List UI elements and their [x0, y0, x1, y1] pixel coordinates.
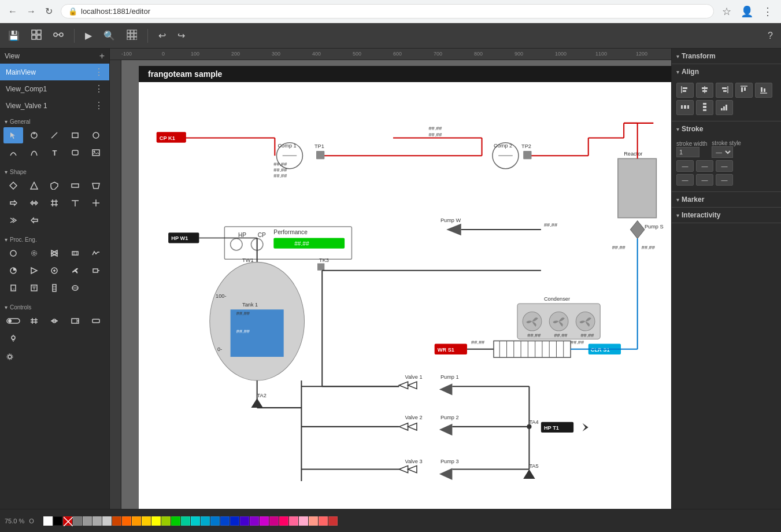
trapezoid-tool[interactable]	[86, 178, 106, 194]
swatch-pink4[interactable]	[299, 516, 308, 526]
switch-tool[interactable]	[3, 313, 23, 329]
bezier-tool[interactable]	[24, 145, 44, 161]
stroke-width-input[interactable]	[676, 147, 699, 157]
arc-tool[interactable]	[3, 145, 23, 161]
view-item-mainview[interactable]: MainView ⋮	[0, 64, 109, 80]
swatch-red3[interactable]	[328, 516, 338, 526]
swatch-orange2[interactable]	[122, 516, 131, 526]
text-tool[interactable]: T	[45, 145, 65, 161]
view-item-menu[interactable]: ⋮	[94, 100, 103, 111]
align-left-btn[interactable]	[676, 83, 694, 98]
align-top-btn[interactable]	[735, 83, 753, 98]
triangle-tool[interactable]	[24, 178, 44, 194]
swatch-gray3[interactable]	[92, 516, 102, 526]
swatch-salmon[interactable]	[309, 516, 318, 526]
swatch-teal2[interactable]	[191, 516, 200, 526]
shapes-button[interactable]	[28, 27, 45, 45]
comp-tool[interactable]	[45, 263, 65, 279]
light-tool[interactable]	[3, 330, 23, 346]
line-tool[interactable]	[45, 127, 65, 143]
rect-tool[interactable]	[65, 127, 85, 143]
image-tool[interactable]	[86, 145, 106, 161]
help-button[interactable]: ?	[764, 28, 776, 43]
separator-tool[interactable]	[65, 280, 85, 296]
swatch-pink2[interactable]	[279, 516, 288, 526]
back-button[interactable]: ←	[5, 5, 21, 18]
save-button[interactable]: 💾	[5, 28, 23, 43]
view-item-comp1[interactable]: View_Comp1 ⋮	[0, 80, 109, 97]
align-bottom-btn[interactable]	[755, 83, 772, 98]
stroke-style-select[interactable]: — - - ···	[712, 146, 733, 158]
view-item-valve1[interactable]: View_Valve 1 ⋮	[0, 97, 109, 114]
swatch-red-x[interactable]	[63, 516, 72, 526]
dropdown-tool[interactable]	[65, 313, 85, 329]
stroke-header[interactable]: Stroke	[672, 121, 781, 136]
align-header[interactable]: Align	[672, 64, 781, 79]
hash-ctrl-tool[interactable]	[24, 313, 44, 329]
align-center-h-btn[interactable]	[696, 83, 713, 98]
join-miter-btn[interactable]: —	[676, 174, 694, 186]
profile-button[interactable]: 👤	[737, 4, 757, 19]
signal-tool[interactable]	[86, 245, 106, 261]
play-button[interactable]: ▶	[82, 28, 95, 43]
swatch-blue1[interactable]	[210, 516, 220, 526]
button-tool[interactable]	[86, 313, 106, 329]
canvas-frame[interactable]: frangoteam sample	[139, 66, 671, 509]
transform-header[interactable]: Transform	[672, 49, 781, 64]
tank-tool[interactable]	[3, 280, 23, 296]
swatch-purple1[interactable]	[240, 516, 249, 526]
slider-tool[interactable]	[45, 313, 65, 329]
forward-button[interactable]: →	[23, 5, 39, 18]
align-right-btn[interactable]	[716, 83, 733, 98]
view-item-menu[interactable]: ⋮	[94, 66, 103, 77]
swatch-pink1[interactable]	[269, 516, 279, 526]
interactivity-header[interactable]: Interactivity	[672, 208, 781, 223]
diagram-svg[interactable]: ##.## ##.## CP K1 Comp 1	[139, 82, 671, 509]
pump-centrifugal-tool[interactable]	[3, 263, 23, 279]
arrow-right-tool[interactable]	[3, 195, 23, 211]
arrow-left-tool[interactable]	[24, 212, 44, 228]
swatch-blue3[interactable]	[230, 516, 239, 526]
address-bar[interactable]: 🔒 localhost:1881/editor	[61, 4, 714, 19]
distribute-h-btn[interactable]	[676, 100, 694, 115]
rounded-rect-tool[interactable]	[65, 145, 85, 161]
proc-eng-section-title[interactable]: ▾ Proc. Eng.	[2, 234, 107, 244]
circle-tool[interactable]	[86, 127, 106, 143]
valve-tool[interactable]	[45, 245, 65, 261]
shield-tool[interactable]	[45, 178, 65, 194]
swatch-gray4[interactable]	[102, 516, 112, 526]
controls-section-title[interactable]: ▾ Controls	[2, 302, 107, 312]
circle-proc-tool[interactable]	[3, 245, 23, 261]
bookmark-button[interactable]: ☆	[719, 4, 735, 19]
loop-tool[interactable]	[24, 127, 44, 143]
swatch-cyan1[interactable]	[201, 516, 210, 526]
canvas-workspace[interactable]: frangoteam sample	[121, 60, 671, 509]
fan-tool[interactable]	[65, 263, 85, 279]
join-round-btn[interactable]: —	[696, 174, 713, 186]
swatch-red2[interactable]	[319, 516, 328, 526]
join-bevel-btn[interactable]: —	[716, 174, 733, 186]
chart-btn[interactable]	[716, 100, 733, 115]
general-section-title[interactable]: ▾ General	[2, 116, 107, 126]
chevron-tool[interactable]	[3, 212, 23, 228]
pump-pos-tool[interactable]	[24, 263, 44, 279]
swatch-orange3[interactable]	[132, 516, 141, 526]
t-shape-tool[interactable]	[65, 195, 85, 211]
connect-button[interactable]	[50, 27, 67, 45]
redo-button[interactable]: ↪	[174, 28, 188, 43]
heat-exchanger-tool[interactable]	[65, 245, 85, 261]
swatch-pink3[interactable]	[289, 516, 298, 526]
swatch-gray2[interactable]	[83, 516, 92, 526]
swatch-black[interactable]	[53, 516, 62, 526]
add-view-button[interactable]: +	[99, 51, 105, 61]
distribute-v-btn[interactable]	[696, 100, 713, 115]
extra-control-tool[interactable]	[3, 349, 16, 365]
gear-tool[interactable]	[24, 245, 44, 261]
swatch-green2[interactable]	[171, 516, 180, 526]
cap-square-btn[interactable]: —	[716, 160, 733, 172]
undo-button[interactable]: ↩	[155, 28, 169, 43]
reload-button[interactable]: ↻	[42, 5, 56, 18]
marker-header[interactable]: Marker	[672, 192, 781, 207]
swatch-yellow1[interactable]	[142, 516, 151, 526]
double-arrow-tool[interactable]	[24, 195, 44, 211]
